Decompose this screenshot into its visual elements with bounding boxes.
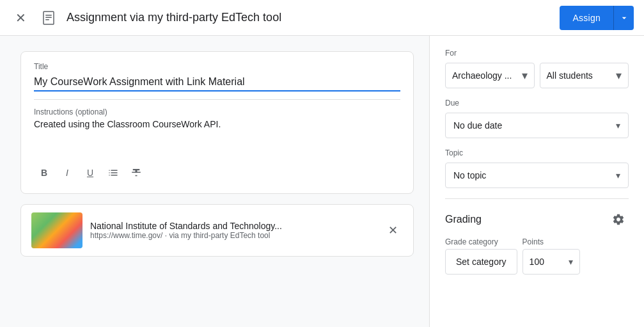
due-label: Due <box>445 99 629 108</box>
text-toolbar: B I U <box>34 157 400 183</box>
topic-select[interactable]: No topic ▾ <box>445 163 629 188</box>
assignment-form-card: Title Instructions (optional) Created us… <box>20 51 414 194</box>
page-title: Assignment via my third-party EdTech too… <box>67 11 552 24</box>
students-chevron-icon: ▾ <box>616 68 622 83</box>
attachment-thumbnail <box>31 212 82 248</box>
svg-rect-6 <box>109 172 110 173</box>
remove-attachment-button[interactable]: ✕ <box>382 220 403 241</box>
set-category-button[interactable]: Set category <box>445 249 517 275</box>
underline-button[interactable]: U <box>80 163 100 183</box>
due-date-chevron-icon: ▾ <box>616 120 620 131</box>
topic-chevron-icon: ▾ <box>616 170 620 180</box>
svg-rect-5 <box>111 170 118 171</box>
top-bar: ✕ Assignment via my third-party EdTech t… <box>0 0 644 36</box>
document-icon <box>38 8 59 28</box>
due-date-value: No due date <box>453 120 502 131</box>
attachment-url: https://www.time.gov/ · via my third-par… <box>90 231 375 240</box>
for-label: For <box>445 49 629 58</box>
italic-button[interactable]: I <box>57 163 77 183</box>
right-panel: For Archaeology ... ▾ All students ▾ Due… <box>429 36 644 327</box>
assign-button[interactable]: Assign <box>560 6 613 30</box>
points-value: 100 <box>530 257 544 267</box>
students-value: All students <box>547 70 593 81</box>
attachment-info: National Institute of Standards and Tech… <box>90 221 375 240</box>
strikethrough-button[interactable] <box>126 163 146 183</box>
svg-rect-8 <box>109 175 110 176</box>
class-chevron-icon: ▾ <box>522 68 528 83</box>
assign-btn-group: Assign <box>560 6 634 30</box>
points-chevron-icon: ▾ <box>569 257 573 267</box>
for-selects-row: Archaeology ... ▾ All students ▾ <box>445 63 629 88</box>
due-date-select[interactable]: No due date ▾ <box>445 113 629 138</box>
svg-rect-7 <box>111 172 118 173</box>
title-input[interactable] <box>34 74 400 92</box>
grade-category-label: Grade category <box>445 237 517 246</box>
students-select[interactable]: All students ▾ <box>540 63 629 88</box>
instructions-label: Instructions (optional) <box>34 108 400 116</box>
close-button[interactable]: ✕ <box>10 8 31 28</box>
svg-rect-4 <box>109 170 110 171</box>
title-label: Title <box>34 62 400 71</box>
bold-button[interactable]: B <box>34 163 54 183</box>
svg-rect-1 <box>45 15 52 16</box>
grade-row: Grade category Set category Points 100 ▾ <box>445 237 629 275</box>
attachment-title: National Institute of Standards and Tech… <box>90 221 375 231</box>
points-col: Points 100 ▾ <box>522 237 580 275</box>
attachment-card: National Institute of Standards and Tech… <box>20 204 414 257</box>
grade-category-col: Grade category Set category <box>445 237 517 275</box>
instructions-text[interactable]: Created using the Classroom CourseWork A… <box>34 119 400 157</box>
left-panel: Title Instructions (optional) Created us… <box>0 36 429 327</box>
form-divider <box>34 99 400 100</box>
class-value: Archaeology ... <box>452 70 512 81</box>
grading-title: Grading <box>445 214 482 225</box>
class-select[interactable]: Archaeology ... ▾ <box>445 63 535 88</box>
topic-label: Topic <box>445 148 629 157</box>
assign-dropdown-button[interactable] <box>613 6 634 30</box>
grading-settings-button[interactable] <box>608 209 629 230</box>
grading-divider <box>445 198 629 199</box>
svg-rect-2 <box>45 17 52 18</box>
grading-header: Grading <box>445 209 629 230</box>
svg-rect-3 <box>45 19 49 20</box>
points-label: Points <box>522 237 580 246</box>
svg-rect-9 <box>111 175 118 176</box>
list-button[interactable] <box>103 163 123 183</box>
topic-value: No topic <box>453 170 486 180</box>
main-content: Title Instructions (optional) Created us… <box>0 36 644 327</box>
points-select[interactable]: 100 ▾ <box>522 249 580 275</box>
